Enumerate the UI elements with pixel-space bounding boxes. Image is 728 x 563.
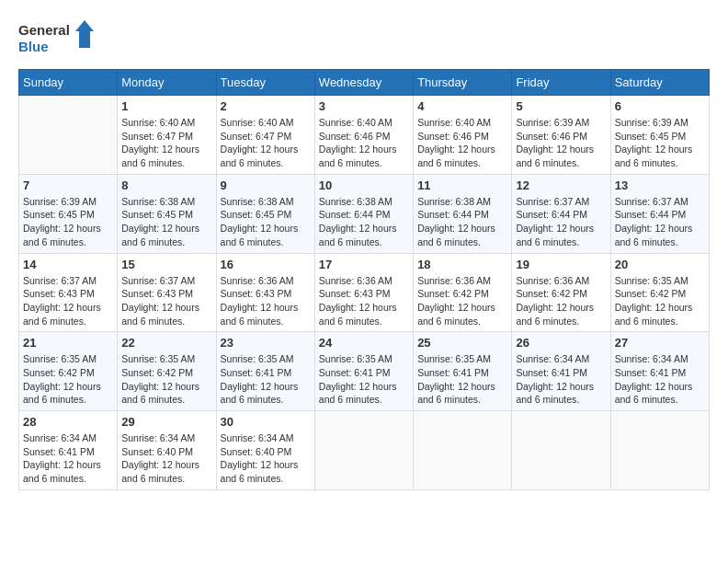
day-info: Sunrise: 6:38 AMSunset: 6:44 PMDaylight:… [417,195,507,249]
calendar-table: SundayMondayTuesdayWednesdayThursdayFrid… [18,69,710,490]
day-info: Sunrise: 6:40 AMSunset: 6:47 PMDaylight:… [221,116,311,170]
calendar-cell: 11Sunrise: 6:38 AMSunset: 6:44 PMDayligh… [414,174,512,253]
calendar-cell: 8Sunrise: 6:38 AMSunset: 6:45 PMDaylight… [118,174,216,253]
day-number: 6 [615,99,705,113]
day-info: Sunrise: 6:35 AMSunset: 6:42 PMDaylight:… [23,352,113,407]
day-number: 21 [23,336,113,350]
day-info: Sunrise: 6:40 AMSunset: 6:46 PMDaylight:… [417,116,507,170]
day-info: Sunrise: 6:39 AMSunset: 6:45 PMDaylight:… [615,116,705,170]
day-number: 30 [221,415,311,429]
day-info: Sunrise: 6:36 AMSunset: 6:43 PMDaylight:… [319,274,409,328]
day-number: 13 [615,178,705,192]
calendar-cell: 4Sunrise: 6:40 AMSunset: 6:46 PMDaylight… [414,96,512,175]
day-header-saturday: Saturday [610,70,709,96]
day-number: 26 [516,336,606,350]
day-info: Sunrise: 6:37 AMSunset: 6:43 PMDaylight:… [23,274,113,328]
calendar-week-3: 14Sunrise: 6:37 AMSunset: 6:43 PMDayligh… [19,253,710,332]
calendar-cell: 5Sunrise: 6:39 AMSunset: 6:46 PMDaylight… [512,96,610,175]
day-info: Sunrise: 6:35 AMSunset: 6:41 PMDaylight:… [221,352,311,407]
day-info: Sunrise: 6:37 AMSunset: 6:44 PMDaylight:… [516,195,606,249]
day-info: Sunrise: 6:38 AMSunset: 6:45 PMDaylight:… [221,195,311,249]
calendar-cell [610,411,709,490]
day-number: 20 [615,258,705,271]
logo: General Blue [18,18,101,60]
calendar-cell: 15Sunrise: 6:37 AMSunset: 6:43 PMDayligh… [118,253,216,332]
calendar-cell: 24Sunrise: 6:35 AMSunset: 6:41 PMDayligh… [314,332,413,411]
day-number: 10 [319,178,409,192]
calendar-cell [512,411,610,490]
calendar-cell: 22Sunrise: 6:35 AMSunset: 6:42 PMDayligh… [118,332,216,411]
calendar-cell: 28Sunrise: 6:34 AMSunset: 6:41 PMDayligh… [19,411,118,490]
calendar-cell: 25Sunrise: 6:35 AMSunset: 6:41 PMDayligh… [414,332,512,411]
day-number: 11 [417,178,507,192]
day-number: 22 [121,336,211,350]
day-info: Sunrise: 6:34 AMSunset: 6:41 PMDaylight:… [516,352,606,407]
day-number: 17 [319,258,409,271]
day-number: 4 [417,99,507,113]
day-number: 5 [516,99,606,113]
day-info: Sunrise: 6:36 AMSunset: 6:42 PMDaylight:… [516,274,606,328]
day-info: Sunrise: 6:37 AMSunset: 6:43 PMDaylight:… [121,274,211,328]
svg-marker-2 [75,20,94,48]
day-number: 24 [319,336,409,350]
day-info: Sunrise: 6:37 AMSunset: 6:44 PMDaylight:… [615,195,705,249]
day-header-friday: Friday [512,70,610,96]
day-info: Sunrise: 6:36 AMSunset: 6:42 PMDaylight:… [417,274,507,328]
calendar-cell: 26Sunrise: 6:34 AMSunset: 6:41 PMDayligh… [512,332,610,411]
day-info: Sunrise: 6:38 AMSunset: 6:44 PMDaylight:… [319,195,409,249]
day-header-sunday: Sunday [19,70,118,96]
day-info: Sunrise: 6:34 AMSunset: 6:40 PMDaylight:… [221,431,311,486]
day-number: 23 [221,336,311,350]
day-number: 9 [221,178,311,192]
calendar-cell: 20Sunrise: 6:35 AMSunset: 6:42 PMDayligh… [610,253,709,332]
calendar-cell: 12Sunrise: 6:37 AMSunset: 6:44 PMDayligh… [512,174,610,253]
day-info: Sunrise: 6:34 AMSunset: 6:41 PMDaylight:… [23,431,113,486]
day-info: Sunrise: 6:35 AMSunset: 6:41 PMDaylight:… [417,352,507,407]
calendar-cell: 2Sunrise: 6:40 AMSunset: 6:47 PMDaylight… [216,96,314,175]
calendar-week-4: 21Sunrise: 6:35 AMSunset: 6:42 PMDayligh… [19,332,710,411]
day-header-tuesday: Tuesday [216,70,314,96]
day-header-wednesday: Wednesday [314,70,413,96]
day-info: Sunrise: 6:39 AMSunset: 6:46 PMDaylight:… [516,116,606,170]
day-number: 18 [417,258,507,271]
calendar-cell: 29Sunrise: 6:34 AMSunset: 6:40 PMDayligh… [118,411,216,490]
day-header-row: SundayMondayTuesdayWednesdayThursdayFrid… [19,70,710,96]
day-number: 29 [121,415,211,429]
calendar-week-5: 28Sunrise: 6:34 AMSunset: 6:41 PMDayligh… [19,411,710,490]
calendar-cell: 7Sunrise: 6:39 AMSunset: 6:45 PMDaylight… [19,174,118,253]
calendar-cell [414,411,512,490]
day-info: Sunrise: 6:39 AMSunset: 6:45 PMDaylight:… [23,195,113,249]
day-number: 25 [417,336,507,350]
calendar-cell: 14Sunrise: 6:37 AMSunset: 6:43 PMDayligh… [19,253,118,332]
day-number: 16 [221,258,311,271]
day-number: 2 [221,99,311,113]
calendar-cell: 10Sunrise: 6:38 AMSunset: 6:44 PMDayligh… [314,174,413,253]
calendar-cell: 13Sunrise: 6:37 AMSunset: 6:44 PMDayligh… [610,174,709,253]
day-info: Sunrise: 6:40 AMSunset: 6:47 PMDaylight:… [121,116,211,170]
calendar-cell [19,96,118,175]
calendar-cell: 21Sunrise: 6:35 AMSunset: 6:42 PMDayligh… [19,332,118,411]
calendar-week-1: 1Sunrise: 6:40 AMSunset: 6:47 PMDaylight… [19,96,710,175]
svg-text:General: General [18,22,70,38]
day-header-monday: Monday [118,70,216,96]
day-number: 14 [23,258,113,271]
day-number: 3 [319,99,409,113]
day-number: 12 [516,178,606,192]
day-number: 1 [121,99,211,113]
day-number: 7 [23,178,113,192]
calendar-cell [314,411,413,490]
svg-text:Blue: Blue [18,39,49,54]
day-number: 8 [121,178,211,192]
calendar-cell: 6Sunrise: 6:39 AMSunset: 6:45 PMDaylight… [610,96,709,175]
calendar-cell: 3Sunrise: 6:40 AMSunset: 6:46 PMDaylight… [314,96,413,175]
day-number: 27 [615,336,705,350]
calendar-cell: 16Sunrise: 6:36 AMSunset: 6:43 PMDayligh… [216,253,314,332]
day-info: Sunrise: 6:34 AMSunset: 6:41 PMDaylight:… [615,352,705,407]
day-header-thursday: Thursday [414,70,512,96]
calendar-cell: 18Sunrise: 6:36 AMSunset: 6:42 PMDayligh… [414,253,512,332]
calendar-cell: 1Sunrise: 6:40 AMSunset: 6:47 PMDaylight… [118,96,216,175]
day-info: Sunrise: 6:38 AMSunset: 6:45 PMDaylight:… [121,195,211,249]
day-info: Sunrise: 6:35 AMSunset: 6:42 PMDaylight:… [615,274,705,328]
calendar-week-2: 7Sunrise: 6:39 AMSunset: 6:45 PMDaylight… [19,174,710,253]
calendar-cell: 17Sunrise: 6:36 AMSunset: 6:43 PMDayligh… [314,253,413,332]
